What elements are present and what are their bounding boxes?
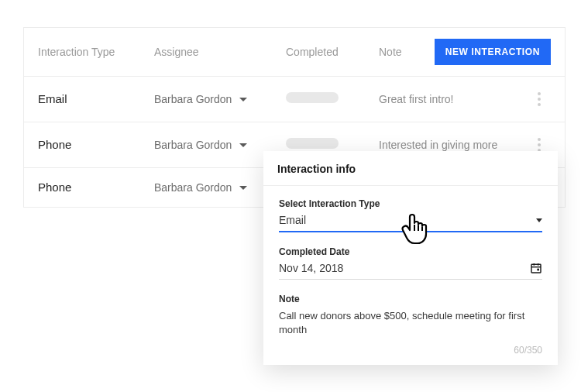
row-note-value: Great first intro! <box>379 93 453 105</box>
note-char-count: 60/350 <box>279 345 542 356</box>
interaction-type-value: Email <box>279 214 306 226</box>
calendar-icon <box>530 262 542 274</box>
row-type-value: Email <box>38 92 67 105</box>
row-note-value: Interested in giving more <box>379 139 497 151</box>
row-type-value: Phone <box>38 138 71 151</box>
assignee-select[interactable]: Barbara Gordon <box>154 139 247 151</box>
assignee-name: Barbara Gordon <box>154 181 232 194</box>
completed-placeholder <box>286 92 339 103</box>
svg-rect-0 <box>531 264 541 273</box>
panel-title: Interaction info <box>277 163 356 175</box>
interaction-type-label: Select Interaction Type <box>279 198 542 209</box>
assignee-name: Barbara Gordon <box>154 93 232 105</box>
assignee-select[interactable]: Barbara Gordon <box>154 93 247 105</box>
interaction-type-select[interactable]: Email <box>279 214 542 232</box>
more-options-button[interactable] <box>535 89 544 109</box>
interaction-info-panel: Interaction info Select Interaction Type… <box>263 151 558 365</box>
new-interaction-button[interactable]: NEW INTERACTION <box>435 39 551 65</box>
header-note: Note <box>379 46 402 58</box>
assignee-name: Barbara Gordon <box>154 139 232 151</box>
completed-date-input[interactable]: Nov 14, 2018 <box>279 262 542 280</box>
chevron-down-icon <box>239 143 247 147</box>
note-label: Note <box>279 294 542 304</box>
chevron-down-icon <box>239 186 247 190</box>
header-assignee: Assignee <box>154 46 199 58</box>
assignee-select[interactable]: Barbara Gordon <box>154 181 247 194</box>
completed-date-value: Nov 14, 2018 <box>279 262 343 274</box>
table-header-row: Interaction Type Assignee Completed Note… <box>24 28 565 77</box>
chevron-down-icon <box>239 98 247 101</box>
svg-rect-4 <box>537 269 539 271</box>
chevron-down-icon <box>536 218 542 222</box>
row-type-value: Phone <box>38 181 71 194</box>
panel-header: Interaction info <box>263 151 558 186</box>
completed-placeholder <box>286 138 339 149</box>
table-row: Email Barbara Gordon Great first intro! <box>24 77 565 122</box>
completed-date-label: Completed Date <box>279 246 542 257</box>
note-textarea[interactable]: Call new donors above $500, schedule mee… <box>279 309 542 337</box>
header-completed: Completed <box>286 46 339 58</box>
header-type: Interaction Type <box>38 46 115 58</box>
